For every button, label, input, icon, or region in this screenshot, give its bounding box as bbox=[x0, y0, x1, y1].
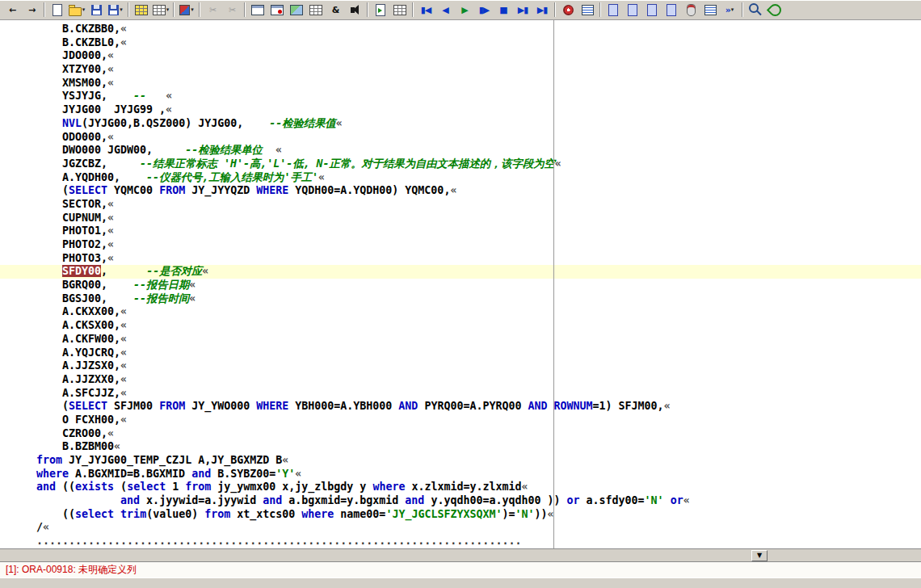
current-code-line: SFDY00, --是否对应« bbox=[0, 265, 921, 279]
sql-keyword: and bbox=[263, 494, 282, 506]
save-options-button[interactable]: ▾ bbox=[106, 2, 125, 18]
log-list-button[interactable] bbox=[578, 2, 597, 18]
list-button[interactable] bbox=[700, 2, 720, 18]
grid-icon bbox=[393, 5, 406, 15]
image-button[interactable] bbox=[287, 2, 306, 18]
forward-button[interactable]: → bbox=[22, 2, 41, 18]
sql-keyword: AND bbox=[528, 400, 547, 412]
open-file-button[interactable]: ▾ bbox=[67, 2, 86, 18]
eol-mark: « bbox=[202, 265, 208, 277]
sql-keyword: trim bbox=[120, 508, 146, 520]
color-key-button[interactable]: ▾ bbox=[177, 2, 196, 18]
eol-mark: « bbox=[107, 427, 114, 439]
doc-blue-4-button[interactable] bbox=[662, 2, 681, 18]
sql-text: A.SFCJJZ, bbox=[36, 387, 120, 399]
sql-text: JY_JYYQZD bbox=[185, 184, 256, 196]
code-line: A.SFCJJZ,« bbox=[36, 387, 921, 401]
sql-text: (( bbox=[36, 508, 75, 520]
sql-text: B.CKZBL0, bbox=[36, 36, 120, 48]
sql-text: BGRQ00, bbox=[36, 279, 133, 291]
sql-text: YBH000=A.YBH000 bbox=[288, 400, 398, 412]
next-record-button[interactable]: ▮▶ bbox=[474, 2, 494, 18]
horizontal-scrollbar[interactable]: ▼ bbox=[0, 548, 921, 561]
application-window: ←→▾▾▾▾✂✂&▮◀◀▶▮▶■▶▮▶▮»▾ B.CKZBB0,« B.CKZB… bbox=[0, 0, 921, 588]
sql-text: A.CKXX00, bbox=[36, 305, 120, 317]
toolbar-separator bbox=[599, 2, 601, 17]
eol-mark: « bbox=[522, 481, 528, 493]
window-button[interactable] bbox=[248, 2, 267, 18]
record-window-button[interactable] bbox=[267, 2, 287, 18]
eol-mark: « bbox=[166, 103, 172, 116]
code-line: and ((exists (select 1 from jy_ywmx00 x,… bbox=[36, 481, 921, 494]
code-line: A.JJZSX0,« bbox=[36, 359, 921, 373]
sql-text: )) bbox=[535, 508, 548, 520]
save-icon bbox=[91, 5, 102, 15]
run-button[interactable]: ▶ bbox=[455, 2, 474, 18]
sql-comment: --报告日期 bbox=[133, 279, 189, 291]
save-options-icon bbox=[108, 5, 119, 15]
new-file-button[interactable] bbox=[48, 2, 67, 18]
sql-keyword: SELECT bbox=[69, 400, 107, 412]
code-line: JGZCBZ, --结果正常标志 'H'-高,'L'-低, N-正常。对于结果为… bbox=[36, 158, 921, 171]
code-line: A.YQDH00, --仪器代号,工输入结果时为'手工'« bbox=[36, 171, 921, 185]
sql-text bbox=[664, 494, 671, 506]
fast-forward-button[interactable]: »▾ bbox=[720, 2, 739, 18]
table-layout-button[interactable]: ▾ bbox=[151, 2, 170, 18]
status-bar: [1]: ORA-00918: 未明确定义列 bbox=[0, 561, 921, 578]
sql-keyword: or bbox=[567, 494, 580, 506]
stop-button[interactable]: ■ bbox=[494, 2, 513, 18]
first-record-button[interactable]: ▮◀ bbox=[416, 2, 435, 18]
grid-view-button[interactable] bbox=[306, 2, 326, 18]
eol-mark: « bbox=[295, 468, 301, 480]
sql-keyword: from bbox=[204, 508, 230, 520]
highlight-table-button[interactable] bbox=[132, 2, 151, 18]
step-button[interactable]: ▶▮ bbox=[513, 2, 532, 18]
eol-mark: « bbox=[120, 373, 127, 385]
doc-blue-3-button[interactable] bbox=[642, 2, 662, 18]
sql-keyword: and bbox=[36, 481, 56, 493]
sql-keyword: or bbox=[671, 494, 683, 506]
sql-text: a.bgxmid=y.bgxmid bbox=[282, 494, 405, 506]
chevrons-icon: » bbox=[725, 6, 730, 15]
sql-text bbox=[36, 117, 62, 129]
sql-text: O FCXH00, bbox=[36, 414, 120, 426]
sql-keyword: where bbox=[36, 468, 69, 480]
eol-mark: « bbox=[43, 521, 49, 533]
format-grid-button[interactable] bbox=[390, 2, 410, 18]
arrow-left-icon: ← bbox=[9, 6, 15, 15]
eol-mark: « bbox=[166, 90, 172, 102]
code-line: JDO000,« bbox=[36, 49, 921, 63]
editor-pane[interactable]: B.CKZBB0,« B.CKZBL0,« JDO000,« XTZY00,« … bbox=[0, 20, 921, 548]
doc-blue-1-button[interactable] bbox=[603, 2, 623, 18]
eol-mark: « bbox=[683, 494, 690, 506]
sql-text: YSJYJG, bbox=[36, 90, 133, 102]
save-button[interactable] bbox=[86, 2, 106, 18]
sql-text bbox=[114, 508, 120, 520]
doc-blue-2-button[interactable] bbox=[623, 2, 642, 18]
logo-button[interactable] bbox=[765, 2, 784, 18]
sql-text: )= bbox=[502, 508, 515, 520]
speaker-icon bbox=[351, 7, 355, 13]
toolbar-separator bbox=[742, 2, 743, 17]
dropdown-arrow-icon: ▾ bbox=[191, 6, 194, 13]
find-button[interactable] bbox=[746, 2, 765, 18]
sql-comment: --检验结果值 bbox=[269, 117, 336, 129]
mouse-button[interactable] bbox=[681, 2, 700, 18]
document-icon bbox=[667, 4, 676, 16]
sql-keyword: where bbox=[372, 481, 405, 493]
sound-button[interactable] bbox=[345, 2, 364, 18]
window-record-icon bbox=[271, 5, 284, 15]
prior-record-button[interactable]: ◀ bbox=[435, 2, 455, 18]
back-button[interactable]: ← bbox=[2, 2, 22, 18]
code-area[interactable]: B.CKZBB0,« B.CKZBL0,« JDO000,« XTZY00,« … bbox=[0, 20, 921, 548]
help-button[interactable] bbox=[558, 2, 578, 18]
sql-text bbox=[36, 265, 62, 277]
sql-keyword: select bbox=[127, 481, 166, 493]
last-record-button[interactable]: ▶▮ bbox=[532, 2, 552, 18]
sql-text bbox=[36, 494, 120, 506]
sql-text: BGSJ00, bbox=[36, 292, 133, 304]
import-page-button[interactable] bbox=[371, 2, 390, 18]
highlighted-grid-icon bbox=[135, 5, 148, 15]
scroll-down-button[interactable]: ▼ bbox=[751, 550, 768, 561]
ampersand-button[interactable]: & bbox=[326, 2, 345, 18]
